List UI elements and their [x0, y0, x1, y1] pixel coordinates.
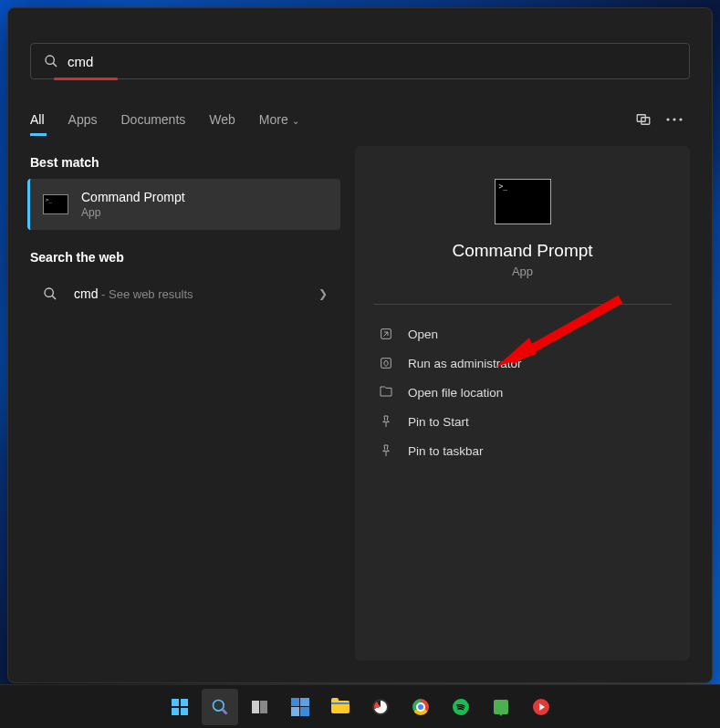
svg-point-4 [666, 118, 669, 120]
tab-more[interactable]: More⌄ [259, 105, 299, 134]
recent-remote-icon[interactable] [628, 104, 659, 135]
best-match-subtitle: App [81, 206, 185, 219]
annotation-underline [54, 78, 118, 80]
action-label: Run as administrator [408, 357, 522, 370]
tab-documents[interactable]: Documents [120, 105, 185, 134]
admin-shield-icon [379, 356, 393, 370]
divider [373, 304, 672, 305]
task-view-button[interactable] [242, 689, 278, 725]
action-label: Open file location [408, 386, 503, 400]
action-label: Open [408, 328, 438, 341]
start-button[interactable] [162, 689, 198, 725]
action-label: Pin to taskbar [408, 444, 484, 458]
chevron-right-icon: ❯ [318, 287, 328, 300]
action-pin-to-taskbar[interactable]: Pin to taskbar [373, 436, 672, 465]
svg-line-17 [222, 709, 226, 713]
web-result-suffix: - See web results [98, 287, 193, 301]
search-icon [43, 286, 57, 301]
tab-apps[interactable]: Apps [68, 105, 98, 134]
taskbar-search-button[interactable] [202, 689, 238, 725]
results-panel: Best match Command Prompt App Search the… [30, 146, 340, 660]
pin-icon [379, 414, 393, 429]
preview-subtitle: App [373, 265, 672, 278]
svg-point-16 [213, 700, 224, 711]
best-match-header: Best match [30, 155, 340, 170]
filter-tabs: All Apps Documents Web More⌄ [8, 104, 712, 135]
cmd-prompt-icon [43, 194, 68, 214]
search-web-header: Search the web [30, 250, 340, 265]
open-icon [379, 327, 393, 341]
svg-line-8 [52, 296, 56, 299]
cmd-prompt-icon-large [495, 179, 551, 224]
start-search-window: All Apps Documents Web More⌄ Best match … [7, 7, 713, 683]
taskbar-app-2[interactable] [483, 689, 519, 725]
more-options-icon[interactable] [659, 104, 690, 135]
best-match-item[interactable]: Command Prompt App [27, 179, 340, 230]
action-open[interactable]: Open [373, 319, 672, 348]
search-icon [44, 54, 58, 68]
preview-title: Command Prompt [373, 241, 672, 261]
tab-all[interactable]: All [30, 105, 45, 134]
tab-web[interactable]: Web [209, 105, 235, 134]
taskbar-app-1[interactable] [362, 689, 399, 725]
svg-point-5 [673, 118, 675, 120]
pin-icon [379, 443, 393, 458]
folder-icon [379, 385, 393, 400]
taskbar-app-3[interactable] [523, 689, 559, 725]
search-box[interactable] [30, 43, 690, 79]
file-explorer-button[interactable] [322, 689, 359, 725]
web-result-term: cmd [74, 286, 98, 301]
best-match-title: Command Prompt [81, 190, 185, 204]
search-input[interactable] [68, 54, 676, 69]
chevron-down-icon: ⌄ [292, 116, 299, 126]
action-run-as-administrator[interactable]: Run as administrator [373, 348, 672, 378]
taskbar [0, 684, 720, 728]
action-label: Pin to Start [408, 415, 469, 429]
action-pin-to-start[interactable]: Pin to Start [373, 407, 672, 436]
action-open-file-location[interactable]: Open file location [373, 378, 672, 407]
svg-line-1 [53, 63, 57, 67]
chrome-button[interactable] [402, 689, 439, 725]
svg-point-6 [679, 118, 682, 120]
widgets-button[interactable] [282, 689, 318, 725]
svg-point-0 [46, 56, 54, 64]
spotify-button[interactable] [443, 689, 479, 725]
preview-panel: Command Prompt App Open Run as administr… [355, 146, 690, 660]
svg-point-7 [45, 288, 53, 296]
web-result-item[interactable]: cmd - See web results ❯ [30, 274, 340, 314]
